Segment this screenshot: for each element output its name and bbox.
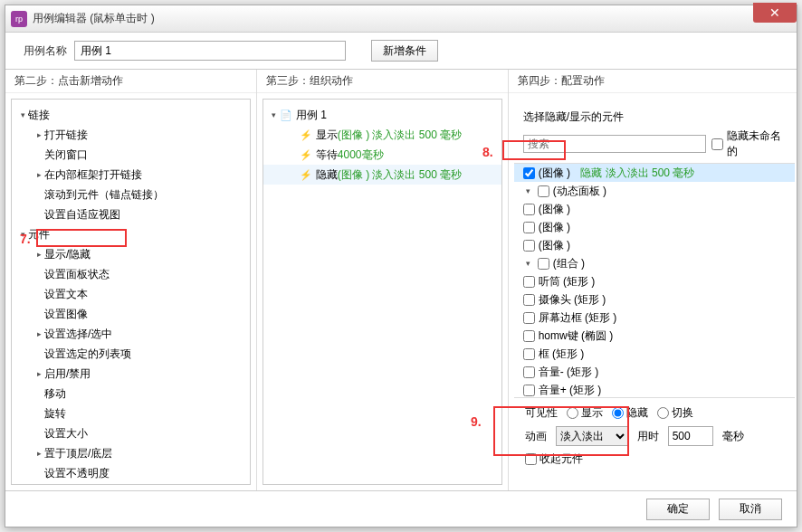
animation-label: 动画 (525, 429, 547, 444)
collapse-icon: ▾ (17, 110, 28, 119)
tree-item[interactable]: 设置选定的列表项 (12, 344, 250, 364)
collapse-icon: ▾ (523, 259, 534, 268)
animation-select[interactable]: 淡入淡出 (556, 426, 628, 446)
tree-item[interactable]: 设置不透明度 (12, 463, 250, 483)
widget-checkbox[interactable] (538, 258, 549, 270)
tree-item[interactable]: 滚动到元件（锚点链接） (12, 185, 250, 204)
expand-icon: ▸ (33, 130, 44, 139)
radio-toggle[interactable]: 切换 (657, 405, 693, 421)
tree-group-widgets[interactable]: ▾元件 (12, 224, 250, 244)
widget-item[interactable]: 音量+ (矩形 ) (514, 381, 795, 398)
tree-item[interactable]: 旋转 (12, 404, 250, 423)
widget-item[interactable]: 音量- (矩形 ) (514, 363, 795, 381)
window-title: 用例编辑器 (鼠标单击时 ) (33, 11, 155, 26)
widget-checkbox[interactable] (523, 294, 535, 306)
step2-header: 第二步：点击新增动作 (5, 70, 256, 93)
step2-column: 第二步：点击新增动作 ▾链接 ▸打开链接 关闭窗口 ▸在内部框架打开链接 滚动到… (5, 70, 257, 490)
lightning-icon: ⚡ (300, 149, 312, 161)
radio-show[interactable]: 显示 (567, 405, 603, 421)
widget-item-selected[interactable]: (图像 ) 隐藏 淡入淡出 500 毫秒 (514, 164, 795, 182)
step4-header: 第四步：配置动作 (509, 70, 797, 93)
widget-list[interactable]: (图像 ) 隐藏 淡入淡出 500 毫秒 ▾(动态面板 ) (图像 ) (图像 … (514, 163, 795, 398)
collapse-icon: ▾ (269, 110, 280, 119)
tree-item[interactable]: ▸设置选择/选中 (12, 324, 250, 344)
widget-checkbox[interactable] (523, 240, 535, 252)
action-row-selected[interactable]: ⚡隐藏 (图像 ) 淡入淡出 500 毫秒 (263, 165, 501, 185)
expand-icon: ▸ (33, 170, 44, 179)
widget-checkbox[interactable] (523, 385, 535, 396)
tree-item[interactable]: ▸打开链接 (12, 125, 250, 145)
widget-checkbox[interactable] (523, 204, 535, 215)
tree-item[interactable]: 设置文本 (12, 284, 250, 304)
expand-icon: ▸ (33, 250, 44, 259)
tree-item[interactable]: ▸置于顶层/底层 (12, 443, 250, 463)
expand-icon: ▸ (33, 329, 44, 338)
expand-icon: ▸ (33, 449, 44, 458)
app-icon: rp (11, 11, 27, 27)
hide-unnamed-checkbox[interactable]: 隐藏未命名的 (711, 128, 786, 159)
expand-icon: ▸ (33, 369, 44, 378)
action-tree: ▾链接 ▸打开链接 关闭窗口 ▸在内部框架打开链接 滚动到元件（锚点链接） 设置… (11, 99, 251, 485)
dialog-footer: 确定 取消 (5, 490, 797, 527)
lightning-icon: ⚡ (300, 129, 312, 141)
widget-item[interactable]: homw键 (椭圆 ) (514, 327, 795, 345)
widget-checkbox[interactable] (538, 185, 549, 197)
widget-checkbox[interactable] (523, 167, 535, 179)
widget-checkbox[interactable] (523, 330, 535, 342)
titlebar[interactable]: rp 用例编辑器 (鼠标单击时 ) ✕ (5, 5, 797, 33)
tree-item[interactable]: ▸启用/禁用 (12, 364, 250, 384)
widget-item[interactable]: 摄像头 (矩形 ) (514, 290, 795, 309)
add-condition-button[interactable]: 新增条件 (371, 40, 438, 62)
tree-item[interactable]: 移动 (12, 384, 250, 404)
widget-item[interactable]: 听筒 (矩形 ) (514, 272, 795, 290)
action-row[interactable]: ⚡显示 (图像 ) 淡入淡出 500 毫秒 (263, 125, 501, 145)
widget-checkbox[interactable] (523, 366, 535, 378)
visibility-panel: 可见性 显示 隐藏 切换 动画 淡入淡出 用时 毫秒 收起元件 (514, 398, 795, 480)
tree-item[interactable]: ▸在内部框架打开链接 (12, 165, 250, 185)
page-icon: 📄 (280, 109, 292, 121)
case-editor-dialog: rp 用例编辑器 (鼠标单击时 ) ✕ 用例名称 新增条件 第二步：点击新增动作… (5, 5, 797, 527)
annotation-8: 8. (482, 145, 493, 159)
radio-hide[interactable]: 隐藏 (612, 405, 648, 421)
widget-item[interactable]: (图像 ) (514, 218, 795, 236)
annotation-9: 9. (471, 414, 482, 429)
organize-tree: ▾📄用例 1 ⚡显示 (图像 ) 淡入淡出 500 毫秒 ⚡等待4000毫秒 ⚡… (263, 99, 502, 485)
tree-group-links[interactable]: ▾链接 (12, 105, 250, 125)
collapse-checkbox[interactable]: 收起元件 (525, 451, 583, 467)
action-row[interactable]: ⚡等待4000毫秒 (263, 145, 501, 165)
widget-checkbox[interactable] (523, 276, 535, 288)
tree-item[interactable]: 设置大小 (12, 423, 250, 443)
visibility-label: 可见性 (525, 405, 558, 421)
top-row: 用例名称 新增条件 (5, 33, 797, 69)
ok-button[interactable]: 确定 (646, 499, 710, 520)
case-node[interactable]: ▾📄用例 1 (263, 105, 501, 125)
step4-column: 第四步：配置动作 选择隐藏/显示的元件 隐藏未命名的 (图像 ) 隐藏 淡入淡出… (509, 70, 797, 490)
widget-search-input[interactable] (523, 135, 707, 153)
step3-header: 第三步：组织动作 (257, 70, 508, 93)
columns: 第二步：点击新增动作 ▾链接 ▸打开链接 关闭窗口 ▸在内部框架打开链接 滚动到… (5, 69, 797, 490)
widget-checkbox[interactable] (523, 312, 535, 324)
widget-item[interactable]: 框 (矩形 ) (514, 345, 795, 363)
widget-item[interactable]: ▾(动态面板 ) (514, 182, 795, 200)
duration-unit: 毫秒 (722, 429, 744, 444)
duration-input[interactable] (668, 426, 713, 446)
close-button[interactable]: ✕ (753, 3, 797, 23)
widget-item[interactable]: (图像 ) (514, 236, 795, 254)
tree-item[interactable]: 设置面板状态 (12, 264, 250, 284)
widget-item[interactable]: 屏幕边框 (矩形 ) (514, 309, 795, 327)
tree-item[interactable]: 设置图像 (12, 304, 250, 324)
widget-checkbox[interactable] (523, 222, 535, 233)
duration-label: 用时 (637, 429, 659, 444)
annotation-7: 7. (20, 232, 31, 246)
tree-item[interactable]: 关闭窗口 (12, 145, 250, 165)
tree-item-show-hide[interactable]: ▸显示/隐藏 (12, 244, 250, 264)
select-widget-label: 选择隐藏/显示的元件 (523, 109, 786, 125)
widget-checkbox[interactable] (523, 348, 535, 360)
tree-item[interactable]: 获得焦点 (12, 483, 250, 485)
tree-item[interactable]: 设置自适应视图 (12, 204, 250, 224)
widget-item[interactable]: (图像 ) (514, 200, 795, 218)
case-name-input[interactable] (74, 41, 346, 61)
widget-selector-header: 选择隐藏/显示的元件 隐藏未命名的 (514, 104, 795, 163)
cancel-button[interactable]: 取消 (719, 499, 782, 520)
widget-item[interactable]: ▾(组合 ) (514, 254, 795, 272)
